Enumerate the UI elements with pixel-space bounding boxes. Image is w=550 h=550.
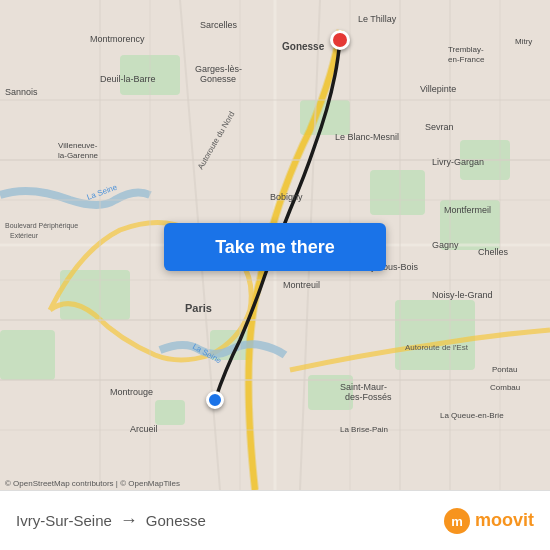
svg-rect-9 (0, 330, 55, 380)
svg-text:Autoroute de l'Est: Autoroute de l'Est (405, 343, 469, 352)
svg-text:Boulevard Périphérique: Boulevard Périphérique (5, 222, 78, 230)
svg-text:Pontau: Pontau (492, 365, 517, 374)
origin-pin (206, 391, 224, 409)
svg-text:Garges-lès-: Garges-lès- (195, 64, 242, 74)
take-me-there-button[interactable]: Take me there (164, 223, 386, 271)
svg-text:Sevran: Sevran (425, 122, 454, 132)
to-label: Gonesse (146, 512, 206, 529)
svg-text:Combau: Combau (490, 383, 520, 392)
svg-text:Sannois: Sannois (5, 87, 38, 97)
svg-text:Chelles: Chelles (478, 247, 509, 257)
bottom-bar: Ivry-Sur-Seine → Gonesse m moovit (0, 490, 550, 550)
svg-text:Paris: Paris (185, 302, 212, 314)
svg-text:Bobigny: Bobigny (270, 192, 303, 202)
destination-pin (330, 30, 350, 50)
svg-text:Le Blanc-Mesnil: Le Blanc-Mesnil (335, 132, 399, 142)
moovit-text: moovit (475, 510, 534, 531)
svg-text:Noisy-le-Grand: Noisy-le-Grand (432, 290, 493, 300)
svg-text:Tremblay-: Tremblay- (448, 45, 484, 54)
svg-text:Villepinte: Villepinte (420, 84, 456, 94)
moovit-logo: m moovit (443, 507, 534, 535)
svg-text:Mitry: Mitry (515, 37, 532, 46)
svg-rect-3 (370, 170, 425, 215)
svg-text:Arcueil: Arcueil (130, 424, 158, 434)
svg-text:Villeneuve-: Villeneuve- (58, 141, 98, 150)
moovit-logo-icon: m (443, 507, 471, 535)
svg-text:Extérieur: Extérieur (10, 232, 39, 239)
arrow-icon: → (120, 510, 138, 531)
svg-text:en-France: en-France (448, 55, 485, 64)
svg-text:© OpenStreetMap contributors |: © OpenStreetMap contributors | © OpenMap… (5, 479, 180, 488)
svg-text:Montreuil: Montreuil (283, 280, 320, 290)
svg-text:Deuil-la-Barre: Deuil-la-Barre (100, 74, 156, 84)
svg-text:Gonesse: Gonesse (282, 41, 325, 52)
svg-text:Montfermeil: Montfermeil (444, 205, 491, 215)
svg-text:Sarcelles: Sarcelles (200, 20, 238, 30)
svg-text:La Queue-en-Brie: La Queue-en-Brie (440, 411, 504, 420)
map-container: Montmorency Sarcelles Le Thillay Gonesse… (0, 0, 550, 490)
svg-text:La Brise-Pain: La Brise-Pain (340, 425, 388, 434)
svg-text:la-Garenne: la-Garenne (58, 151, 99, 160)
svg-text:Gonesse: Gonesse (200, 74, 236, 84)
svg-rect-10 (155, 400, 185, 425)
svg-text:Gagny: Gagny (432, 240, 459, 250)
svg-text:m: m (451, 514, 463, 529)
svg-text:Saint-Maur-: Saint-Maur- (340, 382, 387, 392)
route-info: Ivry-Sur-Seine → Gonesse (16, 510, 206, 531)
svg-text:Montrouge: Montrouge (110, 387, 153, 397)
from-label: Ivry-Sur-Seine (16, 512, 112, 529)
svg-text:Le Thillay: Le Thillay (358, 14, 397, 24)
svg-rect-4 (395, 300, 475, 370)
svg-text:des-Fossés: des-Fossés (345, 392, 392, 402)
svg-text:Montmorency: Montmorency (90, 34, 145, 44)
svg-text:Livry-Gargan: Livry-Gargan (432, 157, 484, 167)
